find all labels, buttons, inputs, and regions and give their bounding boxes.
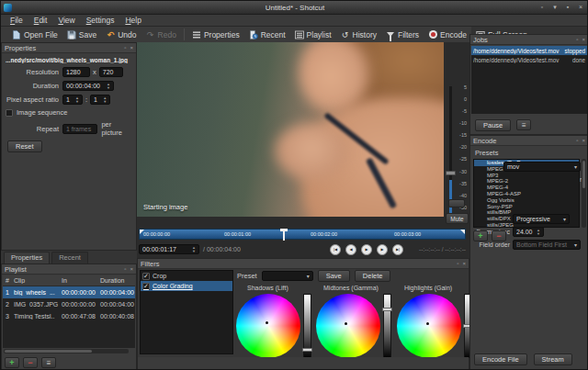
tab-recent[interactable]: Recent [51,252,88,263]
time-spinner[interactable]: ▲▼ [192,246,196,252]
scan-mode-dropdown[interactable]: Progressive [513,214,570,224]
window-shade-icon[interactable]: ▾ [550,4,560,11]
col-clip[interactable]: Clip [14,277,62,284]
current-time-field[interactable]: 00:00:01:17 ▲▼ [139,244,199,254]
pixel-aspect-den-field[interactable]: 1 ▲▼ [90,95,110,105]
open-file-button[interactable]: Open File [7,29,62,40]
playlist-remove-button[interactable]: − [23,357,38,368]
preset-delete-button[interactable]: Delete [355,270,391,282]
window-menu-icon[interactable]: ▫ [537,4,547,11]
pause-button[interactable]: Pause [475,119,511,131]
par-num-spinner[interactable]: ▲▼ [75,96,79,103]
resolution-height-field[interactable]: 720 [99,67,123,77]
shadows-color-wheel[interactable] [236,294,300,358]
tab-properties[interactable]: Properties [4,252,50,263]
window-maximize-icon[interactable]: ▪ [563,4,572,11]
job-row[interactable]: /home/ddennedy/Videos/test.mov stopped [471,46,587,55]
window-close-icon[interactable]: × [576,4,585,11]
panel-close-icon[interactable]: × [130,266,133,272]
out-point-marker[interactable] [460,230,465,234]
panel-float-icon[interactable]: ▫ [124,266,126,272]
fps-field[interactable]: 24.00 ▲▼ [513,227,544,237]
midtones-level-slider[interactable] [383,294,391,358]
preset-remove-button[interactable]: − [492,230,506,241]
slider-handle[interactable] [302,348,312,352]
field-order-dropdown[interactable]: Bottom Field First [513,240,581,250]
col-in[interactable]: In [62,277,100,284]
filter-checkbox[interactable]: ✓ [142,273,150,280]
volume-slider-handle[interactable] [446,171,456,175]
filter-item-color-grading[interactable]: ✓ Color Grading [141,281,232,291]
menu-edit[interactable]: Edit [28,16,53,25]
panel-float-icon[interactable]: ▫ [576,138,578,143]
preset-item[interactable]: Ogg Vorbis [474,197,579,204]
play-button[interactable]: ▶ [361,244,372,255]
playlist-row[interactable]: 3 Timing Testsl.. 00:00:47:08 00:00:40:0… [3,310,135,322]
preset-add-button[interactable]: + [473,230,488,241]
panel-float-icon[interactable]: ▫ [576,37,578,42]
highlights-color-wheel[interactable] [397,294,461,358]
video-viewport[interactable]: Starting image [137,42,444,217]
rewind-button[interactable]: ◀ [345,244,356,255]
resolution-width-field[interactable]: 1280 [62,67,90,77]
slider-handle[interactable] [382,308,392,311]
repeat-field[interactable]: 1 frames [62,124,97,134]
preset-save-button[interactable]: Save [318,270,350,282]
wheel-cursor[interactable] [426,322,429,325]
wheel-cursor[interactable] [345,322,347,325]
panel-float-icon[interactable]: ▫ [457,261,458,266]
job-row[interactable]: /home/ddennedy/Videos/test.mov done [471,55,587,64]
playlist-row[interactable]: 2 IMG_0357.JPG 00:00:00:00 00:00:04:00 [3,298,135,310]
in-point-marker[interactable] [140,230,144,234]
panel-close-icon[interactable]: × [130,45,133,50]
panel-close-icon[interactable]: × [462,261,466,266]
mute-button[interactable]: Mute [446,213,469,224]
duration-spinner[interactable]: ▲▼ [107,83,110,89]
preset-dropdown[interactable] [262,271,313,281]
shadows-level-slider[interactable] [303,294,311,358]
wheel-cursor[interactable] [266,321,268,324]
reset-button[interactable]: Reset [7,140,42,152]
speaker-button[interactable] [448,199,465,207]
timeline-ruler[interactable]: 00:00:00:00 00:00:01:00 00:00:02:00 00:0… [139,229,466,240]
panel-close-icon[interactable]: × [582,37,585,42]
menu-help[interactable]: Help [119,16,146,25]
presets-vscrollbar[interactable] [582,159,586,228]
filters-button[interactable]: Filters [381,29,424,40]
preset-item[interactable]: Sony-PSP [474,204,579,210]
preset-item[interactable]: MPEG-4 [474,185,579,191]
filter-checkbox[interactable]: ✓ [142,283,150,290]
midtones-color-wheel[interactable] [316,294,380,358]
stream-button[interactable]: Stream [534,353,572,365]
duration-field[interactable]: 00:00:04:00 ▲▼ [62,81,114,91]
encode-file-button[interactable]: Encode File [474,353,527,365]
jobs-menu-button[interactable]: ≡ [516,119,531,130]
playhead[interactable] [283,229,285,241]
preset-item[interactable]: MPEG-4-ASP [474,191,579,197]
playlist-hscrollbar[interactable] [4,349,129,353]
preset-item[interactable]: MP3 [474,173,579,179]
encode-button[interactable]: Encode [424,29,471,40]
playlist-menu-button[interactable]: ≡ [41,357,56,368]
playlist-row[interactable]: 1 big_wheels_... 00:00:00:00 00:00:04:00 [3,286,135,298]
par-den-spinner[interactable]: ▲▼ [103,96,107,103]
playlist-add-button[interactable]: + [5,357,19,368]
skip-to-end-button[interactable]: ▶| [392,244,403,255]
filter-item-crop[interactable]: ✓ Crop [141,271,232,281]
format-dropdown[interactable]: mov [503,162,581,172]
history-button[interactable]: ↺ History [336,29,381,40]
menu-file[interactable]: File [5,16,28,25]
save-button[interactable]: Save [62,29,101,40]
col-duration[interactable]: Duration [100,277,135,284]
image-sequence-checkbox[interactable] [6,109,13,117]
panel-float-icon[interactable]: ▫ [124,45,126,50]
skip-to-start-button[interactable]: |◀ [330,244,341,255]
undo-button[interactable]: ↶ Undo [101,29,141,40]
pixel-aspect-num-field[interactable]: 1 ▲▼ [62,95,83,105]
menu-settings[interactable]: Settings [81,16,120,25]
col-num[interactable]: # [3,277,14,284]
fast-forward-button[interactable]: ▶ [377,244,388,255]
redo-button[interactable]: ↷ Redo [141,29,181,40]
properties-button[interactable]: Properties [187,29,244,40]
menu-view[interactable]: View [52,16,80,25]
